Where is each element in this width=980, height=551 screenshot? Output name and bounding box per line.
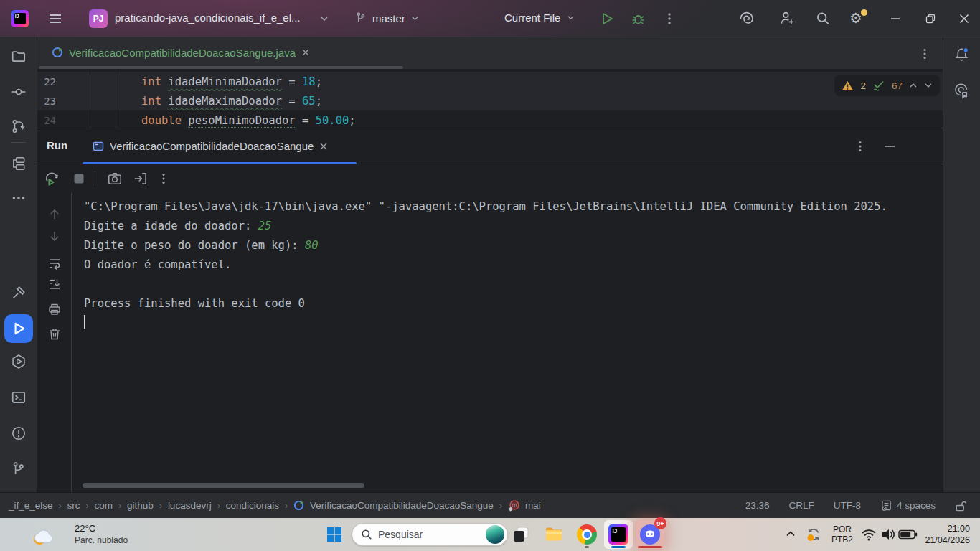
run-config-selector[interactable]: Current File — [504, 11, 575, 24]
scroll-down-button[interactable] — [47, 229, 62, 243]
task-view-button[interactable] — [507, 520, 535, 549]
breadcrumb-item[interactable]: condicionais — [226, 500, 279, 511]
start-button[interactable] — [320, 520, 349, 549]
more-tool-windows-button[interactable] — [10, 189, 27, 207]
scroll-to-end-button[interactable] — [47, 277, 62, 291]
restore-button[interactable] — [916, 4, 945, 33]
project-name[interactable]: praticando-java_condicionais_if_e_el... — [115, 11, 301, 24]
line-separator-widget[interactable]: CRLF — [788, 500, 814, 511]
services-tool-button[interactable] — [10, 353, 27, 370]
run-tab[interactable]: VerificacaoCompatibilidadeDoacaoSangue — [83, 128, 357, 164]
volume-button[interactable] — [880, 527, 896, 542]
run-tool-window: Run VerificacaoCompatibilidadeDoacaoSang… — [37, 128, 943, 492]
run-button[interactable] — [600, 11, 614, 27]
file-explorer-button[interactable] — [540, 520, 568, 549]
ai-assistant-button[interactable] — [740, 11, 756, 27]
git-tool-button[interactable] — [10, 461, 27, 478]
encoding-widget[interactable]: UTF-8 — [834, 500, 861, 511]
onedrive-sync-button[interactable] — [805, 526, 822, 543]
console-line-weight: Digite o peso do doador (em kg): 80 — [84, 236, 943, 255]
debug-button[interactable] — [631, 11, 646, 27]
chrome-button[interactable] — [573, 520, 601, 549]
indent-widget[interactable]: 4 spaces — [880, 499, 936, 512]
search-icon — [815, 10, 831, 27]
minimize-icon — [884, 145, 895, 148]
battery-button[interactable] — [898, 529, 918, 540]
more-actions-button[interactable] — [664, 11, 675, 27]
breadcrumbs: _if_e_else› src› com› github› lucasdevrj… — [0, 500, 541, 512]
scroll-end-icon — [47, 277, 62, 291]
run-panel-title[interactable]: Run — [47, 139, 67, 151]
folder-icon — [11, 48, 27, 64]
next-problem-chevron-icon[interactable] — [924, 83, 933, 88]
console-output[interactable]: "C:\Program Files\Java\jdk-17\bin\java.e… — [84, 197, 943, 478]
breadcrumb-item[interactable]: src — [67, 500, 80, 511]
editor-tab[interactable]: VerificacaoCompatibilidadeDoacaoSangue.j… — [44, 37, 317, 67]
code-value: 65 — [302, 95, 316, 108]
code-editor[interactable]: 22 int idadeMinimaDoador = 18; 23 int id… — [37, 69, 943, 128]
code-variable: idadeMinimaDoador — [168, 75, 282, 88]
clear-console-button[interactable] — [47, 326, 62, 341]
minimize-button[interactable] — [881, 4, 910, 33]
bing-daily-image[interactable] — [486, 525, 504, 544]
breadcrumb-item[interactable]: mai — [525, 500, 541, 511]
run-tool-button[interactable] — [4, 314, 33, 343]
clock-widget[interactable]: 21:00 21/04/2026 — [925, 523, 970, 546]
search-everywhere-button[interactable] — [815, 10, 831, 27]
rerun-button[interactable] — [43, 170, 60, 187]
scroll-up-button[interactable] — [47, 207, 62, 222]
search-box[interactable]: Pesquisar — [352, 523, 508, 546]
breadcrumb-item[interactable]: github — [127, 500, 154, 511]
clock-date: 21/04/2026 — [925, 534, 970, 546]
file-explorer-icon — [544, 524, 564, 545]
inspections-widget[interactable]: 2 67 — [834, 75, 940, 96]
build-tool-button[interactable] — [10, 284, 27, 301]
open-in-editor-button[interactable] — [132, 170, 149, 187]
unlocked-icon[interactable] — [955, 499, 967, 512]
terminal-tool-button[interactable] — [10, 389, 27, 406]
tab-close-icon[interactable] — [301, 48, 310, 57]
intellij-taskbar-button[interactable]: IJ — [604, 520, 633, 549]
run-panel-options-button[interactable] — [855, 140, 865, 153]
stop-button[interactable] — [70, 170, 88, 187]
code-with-me-button[interactable] — [779, 10, 795, 27]
language-widget[interactable]: POR PTB2 — [826, 524, 858, 545]
caret-position-widget[interactable]: 23:36 — [745, 500, 770, 511]
toolbar-divider — [95, 171, 95, 186]
soft-wrap-button[interactable] — [47, 256, 62, 270]
project-chevron-down-icon[interactable] — [320, 16, 329, 22]
project-tool-button[interactable] — [10, 47, 27, 65]
vcs-widget[interactable]: master — [354, 11, 419, 24]
tab-list-button[interactable] — [920, 47, 930, 60]
code-value: 18 — [302, 75, 316, 88]
breadcrumb-item[interactable]: lucasdevrj — [168, 500, 212, 511]
pull-requests-tool-button[interactable] — [10, 118, 27, 135]
project-avatar[interactable]: PJ — [89, 9, 108, 28]
main-menu-button[interactable] — [47, 11, 63, 27]
kebab-menu-icon — [664, 11, 675, 27]
structure-tool-button[interactable] — [10, 155, 27, 172]
discord-button[interactable]: 9+ — [636, 520, 664, 549]
ai-chat-button[interactable] — [953, 82, 971, 99]
console-horizontal-scrollbar[interactable] — [83, 483, 364, 488]
tray-expand-button[interactable] — [785, 529, 796, 538]
code-operator: = — [282, 75, 302, 88]
breadcrumb-item[interactable]: VerificacaoCompatibilidadeDoacaoSangue — [310, 500, 494, 511]
toolbar-more-button[interactable] — [155, 170, 172, 187]
settings-button[interactable]: ⚙ — [849, 9, 862, 27]
breadcrumb-item[interactable]: _if_e_else — [9, 500, 53, 511]
weather-text[interactable]: 22°C Parc. nublado — [75, 523, 128, 545]
problems-tool-button[interactable] — [10, 425, 27, 442]
thread-dump-button[interactable] — [106, 170, 123, 187]
print-button[interactable] — [47, 302, 62, 316]
chrome-icon — [577, 524, 597, 545]
close-button[interactable] — [950, 4, 979, 33]
commit-tool-button[interactable] — [10, 83, 27, 100]
wifi-button[interactable] — [861, 527, 877, 542]
tab-close-icon[interactable] — [319, 142, 328, 151]
breadcrumb-item[interactable]: com — [95, 500, 113, 511]
weather-widget[interactable] — [30, 522, 56, 547]
prev-problem-chevron-icon[interactable] — [909, 83, 918, 88]
notifications-button[interactable] — [953, 46, 971, 63]
hide-panel-button[interactable] — [884, 145, 895, 148]
